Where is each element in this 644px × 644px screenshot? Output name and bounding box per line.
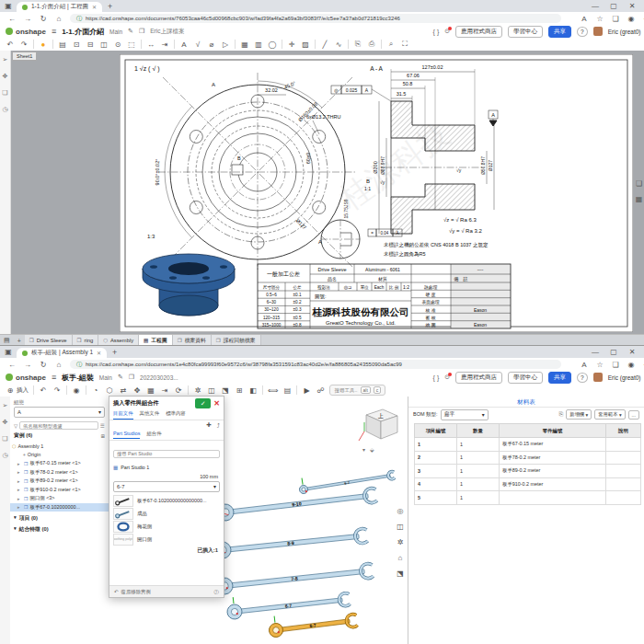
tab-assemblies[interactable]: 組合件 (146, 431, 161, 439)
bom-col-desc[interactable]: 說明 (606, 424, 641, 438)
confirm-button[interactable]: ✓ (195, 398, 211, 408)
section-icon[interactable]: ◫ (207, 386, 216, 395)
browser-tab[interactable]: 1-1.介面介紹 | 工程圖 ✕ (17, 2, 102, 12)
config-length-value[interactable]: 100 mm (109, 474, 224, 479)
table-cell[interactable]: 1 (457, 438, 500, 452)
pan-icon[interactable]: ✥ (1, 419, 10, 426)
table-cell[interactable] (606, 451, 641, 465)
tree-item[interactable]: ▸❒板手67-0.15 meter <1> (10, 459, 109, 468)
insert-view-icon[interactable]: ⊡ (72, 40, 81, 49)
table-row[interactable]: 41板手910-0.2 meter (415, 477, 641, 491)
insert-mode-icon[interactable]: ✚ (206, 421, 211, 429)
apply-template-button[interactable]: 套用範本 ▾ (594, 409, 625, 420)
wrench-part[interactable]: 7-8 (214, 555, 374, 595)
bom-col-qty[interactable]: 數量 (457, 424, 500, 438)
feature-script-icon[interactable]: { } (433, 29, 440, 35)
bom-col-item[interactable]: 項目編號 (415, 424, 457, 438)
bom-col-part[interactable]: 零件編號 (500, 424, 606, 438)
crop-view-icon[interactable]: ⬚ (127, 40, 136, 49)
user-name[interactable]: Eric (great0) (608, 374, 641, 381)
window-menu-icon[interactable]: ▣ (4, 2, 13, 10)
named-views-icon[interactable]: ⌂ (396, 554, 405, 562)
search-tools-box[interactable]: 搜尋工具.. alt c (329, 385, 385, 396)
favorites-icon[interactable]: ☆ (595, 361, 604, 369)
measure-icon[interactable]: ⟺ (268, 386, 278, 395)
tree-item[interactable]: ▸❒開口側 <3> (10, 494, 109, 503)
help-button[interactable]: ? (577, 373, 588, 383)
wrench-part[interactable]: 6-7 (268, 606, 358, 638)
history-icon[interactable]: ◷ (1, 452, 10, 459)
centermark-icon[interactable]: ✛ (287, 40, 296, 49)
table-cell[interactable]: 1 (457, 465, 500, 478)
bom-type-select[interactable]: 扁平 ▾ (441, 409, 489, 420)
refresh-icon[interactable]: ↻ (39, 15, 48, 23)
dialog-search-input[interactable] (113, 450, 220, 458)
note-icon[interactable]: A (179, 40, 189, 49)
chevron-right-icon[interactable]: ▸ (17, 496, 22, 501)
circular-pattern-icon[interactable]: ⟳ (174, 386, 183, 395)
studio-name[interactable]: Part Studio 1 (121, 465, 149, 470)
surface-finish-icon[interactable]: √ (193, 40, 202, 49)
chevron-right-icon[interactable]: ▸ (17, 487, 22, 492)
feature-script-icon[interactable]: { } (433, 374, 440, 381)
new-tab-button[interactable]: + (112, 348, 117, 357)
list-options-icon[interactable]: ☰ (100, 423, 105, 429)
tab-current-document[interactable]: 目前文件 (113, 410, 133, 420)
table-cell[interactable]: 板手910-0.2 meter (500, 477, 606, 491)
table-cell[interactable] (606, 491, 641, 505)
more-options-button[interactable]: ... (628, 410, 639, 420)
print-icon[interactable]: ⎙ (367, 40, 376, 49)
mate-icon[interactable]: ◔ (91, 386, 100, 395)
table-row[interactable]: 21板手78-0.2 meter (415, 451, 641, 465)
help-button[interactable]: ? (577, 27, 588, 37)
dialog-part-row[interactable]: 板手67-0.1020000000000000... (113, 494, 220, 507)
history-icon[interactable]: ◷ (1, 106, 10, 113)
url-field[interactable]: ⓘ https://cad.onshape.com/documents/1e4c… (70, 360, 561, 369)
share-button[interactable]: 共享 (548, 26, 571, 38)
group-icon[interactable]: ⬡ (105, 386, 114, 395)
hamburger-menu-icon[interactable]: ≡ (52, 27, 56, 36)
tab-part-studios[interactable]: Part Studios (113, 431, 140, 439)
app-store-button[interactable]: 應用程式商店 (455, 26, 502, 38)
table-cell[interactable] (500, 491, 606, 505)
select-icon[interactable]: ➢ (1, 402, 10, 409)
app-store-button[interactable]: 應用程式商店 (455, 372, 502, 384)
sync-icon[interactable]: ● (39, 40, 48, 49)
dialog-part-row[interactable]: Smoothing polytube開口側 (113, 533, 220, 546)
learning-center-button[interactable]: 學習中心 (508, 26, 543, 38)
new-tab-button[interactable]: + (108, 2, 112, 11)
tree-item[interactable]: ⌖Origin (10, 451, 109, 460)
table-row[interactable]: 51 (415, 491, 641, 505)
table-cell[interactable] (606, 465, 641, 478)
expand-panel-icon[interactable]: ⊞ (100, 433, 105, 439)
dialog-part-row[interactable]: 成品 (113, 507, 220, 520)
table-cell[interactable]: 1 (457, 451, 500, 465)
read-aloud-icon[interactable]: A (580, 15, 589, 23)
table-icon[interactable]: ▦ (240, 40, 249, 49)
favorites-icon[interactable]: ☆ (595, 15, 604, 23)
branch-label[interactable]: Main (109, 29, 122, 35)
relation-icon[interactable]: ⇄ (119, 386, 128, 395)
add-tab-icon[interactable]: + (14, 338, 25, 344)
read-aloud-icon[interactable]: A (580, 361, 589, 369)
forward-icon[interactable]: → (23, 361, 32, 369)
appearance-panel-icon[interactable]: ⬔ (396, 569, 405, 578)
tab-other-documents[interactable]: 其他文件 (140, 410, 160, 419)
chevron-right-icon[interactable]: ▸ (17, 478, 22, 484)
maximize-button[interactable]: ▢ (609, 348, 618, 356)
wrench-part[interactable]: 6-7 (298, 464, 396, 494)
maximize-button[interactable]: ▢ (609, 2, 618, 10)
user-name[interactable]: Eric (great0) (608, 29, 641, 35)
browser-tab[interactable]: 板手-組裝 | Assembly 1 ✕ (17, 348, 107, 358)
branch-label[interactable]: Main (99, 374, 112, 381)
dialog-part-row[interactable]: 梅花側 (113, 520, 220, 533)
table-row[interactable]: 31板手89-0.2 meter (415, 465, 641, 478)
zoom-in-icon[interactable]: ⌕ (386, 40, 396, 49)
pan-icon[interactable]: ✥ (1, 73, 10, 80)
dimension-icon[interactable]: ↔ (146, 40, 155, 49)
comments-panel-icon[interactable]: ❏ (635, 179, 644, 188)
datum-icon[interactable]: ▷ (221, 40, 230, 49)
spline-icon[interactable]: ∿ (334, 40, 343, 49)
table-cell[interactable]: 5 (415, 491, 457, 505)
tree-item[interactable]: ▸❒板手89-0.2 meter <1> (10, 477, 109, 486)
